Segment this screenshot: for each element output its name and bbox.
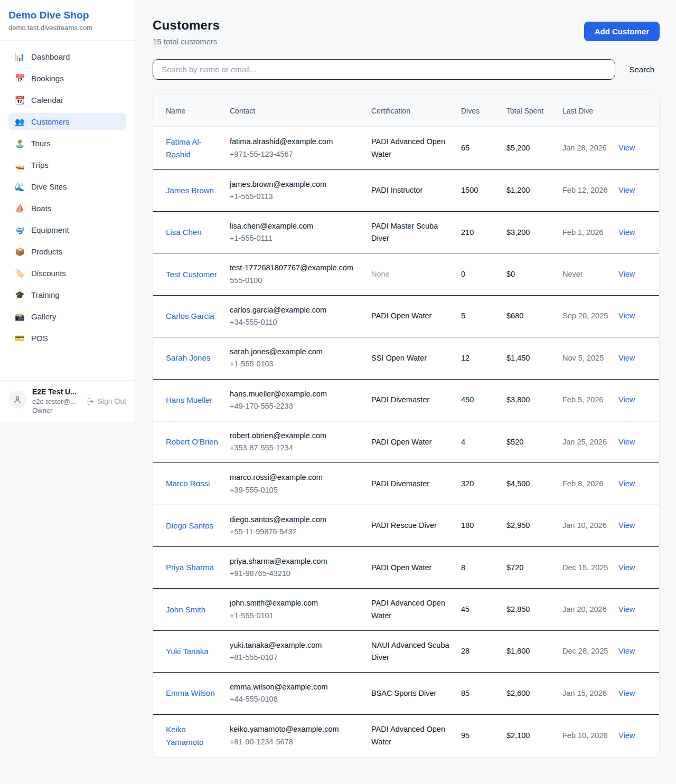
certification: BSAC Sports Diver [371,689,436,697]
column-header-last-dive: Last Dive [562,95,618,127]
add-customer-button[interactable]: Add Customer [584,22,660,41]
customer-name-link[interactable]: Sarah Jones [166,352,210,364]
dives-count: 8 [461,547,506,589]
table-row: Hans Mueller hans.mueller@example.com+49… [153,379,659,421]
customer-name-link[interactable]: Keiko Yamamoto [166,723,224,749]
sidebar-item-label: Equipment [31,225,69,234]
last-dive-date: Dec 15, 2025 [562,547,618,589]
customer-name-link[interactable]: Yuki Tanaka [166,645,209,658]
wave-icon: 🌊 [15,183,24,191]
table-row: John Smith john.smith@example.com+1-555-… [153,589,659,630]
customer-phone: +1-555-0111 [230,232,366,244]
view-link[interactable]: View [618,395,635,404]
column-header-dives: Dives [461,95,506,127]
total-spent: $4,500 [506,463,562,505]
sidebar-item-equipment[interactable]: 🤿 Equipment [8,221,126,239]
certification: SSI Open Water [371,354,427,362]
customer-phone: +353-87-555-1234 [230,442,366,454]
tag-icon: 🏷️ [15,269,24,277]
certification: PADI Advanced Open Water [371,599,445,619]
total-spent: $3,800 [506,379,562,421]
user-footer: E2E Test U... e2e-tester@... Sign Out Ow… [0,380,135,422]
sidebar-item-pos[interactable]: 💳 POS [8,329,126,347]
dives-count: 4 [461,421,506,462]
customer-name-link[interactable]: John Smith [166,603,205,616]
shop-title: Demo Dive Shop [8,10,126,21]
view-link[interactable]: View [618,521,635,530]
dives-count: 85 [461,673,506,714]
sidebar-item-customers[interactable]: 👥 Customers [8,113,126,130]
table-row: Robert O'Brien robert.obrien@example.com… [153,421,659,462]
user-info: E2E Test U... e2e-tester@... Sign Out Ow… [32,388,126,414]
sidebar-item-label: POS [31,334,48,343]
table-row: Fatima Al-Rashid fatima.alrashid@example… [153,127,659,169]
customer-phone: 555-0100 [230,275,366,287]
customer-name-link[interactable]: Test Customer [166,268,217,281]
dives-count: 5 [461,295,506,337]
view-link[interactable]: View [618,731,635,740]
sidebar-item-dashboard[interactable]: 📊 Dashboard [8,48,126,65]
sidebar-item-discounts[interactable]: 🏷️ Discounts [8,265,126,282]
customer-name-link[interactable]: Hans Mueller [166,394,212,407]
sidebar-item-calendar[interactable]: 📆 Calendar [8,91,126,109]
dives-count: 12 [461,337,506,379]
sidebar-item-dive-sites[interactable]: 🌊 Dive Sites [8,178,126,195]
dives-count: 95 [461,714,506,757]
last-dive-date: Feb 12, 2026 [562,169,618,211]
customers-table-card: Name Contact Certification Dives Total S… [153,95,660,758]
speedboat-icon: 🚤 [15,161,24,169]
column-header-total-spent: Total Spent [506,95,562,127]
sidebar-item-label: Calendar [31,96,63,105]
view-link[interactable]: View [618,270,635,278]
search-button[interactable]: Search [615,65,660,74]
customer-name-link[interactable]: Emma Wilson [166,687,215,700]
column-header-actions [618,95,659,127]
sign-out-button[interactable]: Sign Out [87,397,126,405]
view-link[interactable]: View [618,144,635,152]
customer-name-link[interactable]: James Brown [166,184,214,197]
customer-email: carlos.garcia@example.com [230,304,366,316]
last-dive-date: Feb 8, 2026 [562,463,618,505]
total-spent: $1,800 [506,630,562,672]
customer-phone: +91-98765-43210 [230,568,366,580]
shop-domain: demo.test.divestreams.com [8,24,126,32]
sidebar-item-products[interactable]: 📦 Products [8,243,126,260]
view-link[interactable]: View [618,186,635,194]
last-dive-date: Jan 28, 2026 [562,127,618,169]
certification: PADI Instructor [371,186,422,194]
customers-table: Name Contact Certification Dives Total S… [153,95,659,757]
view-link[interactable]: View [618,689,635,697]
sidebar-item-label: Gallery [31,312,57,321]
sidebar-item-gallery[interactable]: 📸 Gallery [8,308,126,325]
view-link[interactable]: View [618,647,635,655]
customer-name-link[interactable]: Fatima Al-Rashid [166,136,224,161]
view-link[interactable]: View [618,479,635,488]
sidebar-item-boats[interactable]: ⛵ Boats [8,200,126,217]
view-link[interactable]: View [618,438,635,446]
sidebar-item-training[interactable]: 🎓 Training [8,286,126,304]
view-link[interactable]: View [618,311,635,320]
sidebar-item-tours[interactable]: 🏝️ Tours [8,135,126,152]
view-link[interactable]: View [618,354,635,362]
total-spent: $1,200 [506,169,562,211]
sidebar-item-trips[interactable]: 🚤 Trips [8,156,126,174]
customer-name-link[interactable]: Diego Santos [166,519,213,532]
table-row: Keiko Yamamoto keiko.yamamoto@example.co… [153,714,659,757]
view-link[interactable]: View [618,605,635,613]
customer-name-link[interactable]: Marco Rossi [166,477,210,490]
sidebar-item-bookings[interactable]: 📅 Bookings [8,70,126,87]
main-content: Customers 15 total customers Add Custome… [135,0,676,775]
customer-name-link[interactable]: Lisa Chen [166,226,202,239]
certification: PADI Master Scuba Diver [371,222,438,242]
customer-phone: +1-555-0113 [230,191,366,203]
view-link[interactable]: View [618,563,635,572]
search-input[interactable] [153,59,615,80]
customer-name-link[interactable]: Priya Sharma [166,561,214,574]
customer-name-link[interactable]: Robert O'Brien [166,436,218,448]
view-link[interactable]: View [618,228,635,237]
total-spent: $5,200 [506,127,562,169]
table-row: Emma Wilson emma.wilson@example.com+44-5… [153,673,659,714]
sidebar: Demo Dive Shop demo.test.divestreams.com… [0,0,135,422]
customer-name-link[interactable]: Carlos Garcia [166,310,214,323]
customer-email: priya.sharma@example.com [230,555,366,568]
